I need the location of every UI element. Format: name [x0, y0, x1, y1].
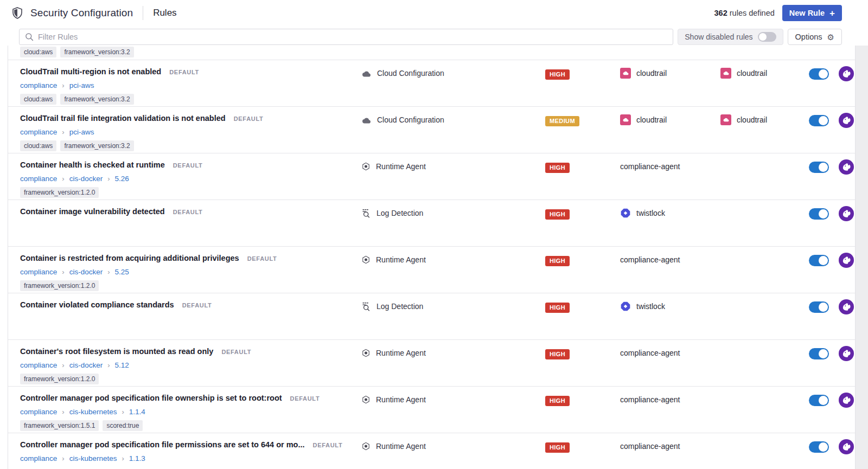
breadcrumb: compliance›pci-aws [20, 128, 94, 136]
default-badge: DEFAULT [313, 442, 343, 448]
breadcrumb-link[interactable]: 5.25 [115, 268, 129, 276]
tag[interactable]: framework_version:3.2 [60, 140, 133, 151]
tag[interactable]: framework_version:3.2 [60, 94, 133, 105]
toggle-cell [809, 441, 829, 453]
source-cell: compliance-agent [620, 440, 680, 453]
breadcrumb-link[interactable]: cis-docker [69, 175, 103, 183]
tag[interactable]: cloud:aws [20, 94, 56, 105]
rule-type: Runtime Agent [361, 160, 426, 173]
cloudtrail-icon [620, 114, 631, 125]
source-label: twistlock [636, 209, 665, 217]
cloudtrail-icon [620, 68, 631, 79]
rule-type-label: Runtime Agent [376, 395, 426, 404]
rule-title[interactable]: Container health is checked at runtime [20, 160, 165, 169]
default-badge: DEFAULT [173, 162, 203, 169]
rule-title-line: Controller manager pod specification fil… [20, 394, 320, 402]
filter-rules-input[interactable] [38, 33, 667, 41]
rule-row[interactable]: Container's root filesystem is mounted a… [8, 339, 855, 386]
rule-enabled-toggle[interactable] [809, 162, 829, 173]
rule-title[interactable]: Container image vulnerability detected [20, 207, 165, 216]
gear-icon: ⚙ [827, 33, 834, 41]
breadcrumb-separator-icon: › [62, 175, 64, 183]
rule-type-label: Runtime Agent [376, 349, 426, 357]
rule-row[interactable]: CloudTrail multi-region is not enabledDE… [8, 60, 855, 106]
severity-cell: HIGH [545, 208, 570, 221]
new-rule-button[interactable]: New Rule + [782, 5, 842, 21]
rule-type-label: Runtime Agent [376, 442, 426, 451]
tag[interactable]: framework_version:3.2 [60, 47, 133, 57]
options-button[interactable]: Options ⚙ [788, 29, 842, 45]
tag[interactable]: framework_version:1.2.0 [20, 374, 99, 384]
rule-enabled-toggle[interactable] [809, 395, 829, 406]
tag[interactable]: cloud:aws [20, 47, 56, 57]
severity-badge: HIGH [545, 163, 570, 173]
rule-row[interactable]: Container violated compliance standardsD… [8, 293, 855, 339]
rule-enabled-toggle[interactable] [809, 208, 829, 220]
breadcrumb-link[interactable]: compliance [20, 268, 57, 276]
breadcrumb-link[interactable]: compliance [20, 81, 57, 89]
rule-row[interactable]: Controller manager pod specification fil… [8, 433, 855, 469]
breadcrumb-link[interactable]: cis-docker [69, 268, 103, 276]
rule-title[interactable]: Controller manager pod specification fil… [20, 394, 282, 402]
plus-icon: + [829, 9, 835, 18]
rule-row[interactable]: cloud:awsframework_version:3.2 [8, 46, 855, 60]
new-rule-label: New Rule [789, 9, 825, 17]
tag[interactable]: scored:true [103, 420, 143, 431]
breadcrumb-link[interactable]: 5.12 [115, 361, 129, 369]
rule-enabled-toggle[interactable] [809, 255, 829, 266]
breadcrumb-link[interactable]: 1.1.4 [129, 408, 145, 416]
breadcrumb-link[interactable]: 1.1.3 [129, 454, 145, 462]
right-gutter [856, 46, 868, 469]
default-badge: DEFAULT [182, 302, 212, 309]
rule-row[interactable]: Container is restricted from acquiring a… [8, 246, 855, 293]
breadcrumb-link[interactable]: compliance [20, 408, 57, 416]
breadcrumb-link[interactable]: pci-aws [69, 81, 94, 89]
title-divider [143, 6, 143, 20]
rule-title[interactable]: Container violated compliance standards [20, 300, 174, 309]
severity-badge: HIGH [545, 349, 570, 359]
tag[interactable]: cloud:aws [20, 140, 56, 151]
rule-title[interactable]: CloudTrail multi-region is not enabled [20, 67, 161, 76]
rule-enabled-toggle[interactable] [809, 301, 829, 313]
breadcrumb-separator-icon: › [62, 454, 64, 462]
breadcrumb-link[interactable]: compliance [20, 175, 57, 183]
breadcrumb-link[interactable]: compliance [20, 454, 57, 462]
creator-avatar [839, 346, 854, 361]
rule-enabled-toggle[interactable] [809, 68, 829, 80]
rule-enabled-toggle[interactable] [809, 441, 829, 453]
search-box[interactable] [19, 29, 673, 45]
rule-title[interactable]: Controller manager pod specification fil… [20, 440, 305, 449]
tag[interactable]: framework_version:1.2.0 [20, 280, 99, 291]
tag-list: framework_version:1.2.0 [20, 280, 99, 291]
breadcrumb-separator-icon: › [62, 361, 64, 369]
tag-list: framework_version:1.5.1scored:true [20, 420, 143, 431]
breadcrumb-link[interactable]: cis-docker [69, 361, 103, 369]
breadcrumb-link[interactable]: pci-aws [69, 128, 94, 136]
filter-bar: Show disabled rules Options ⚙ [0, 26, 868, 46]
breadcrumb-link[interactable]: compliance [20, 128, 57, 136]
toggle-knob [819, 442, 828, 452]
rule-row[interactable]: Controller manager pod specification fil… [8, 386, 855, 433]
breadcrumb-link[interactable]: cis-kubernetes [69, 408, 117, 416]
breadcrumb-link[interactable]: compliance [20, 361, 57, 369]
rule-row[interactable]: Container health is checked at runtimeDE… [8, 153, 855, 200]
breadcrumb-link[interactable]: cis-kubernetes [69, 454, 117, 462]
rule-title[interactable]: Container's root filesystem is mounted a… [20, 347, 213, 356]
show-disabled-label: Show disabled rules [685, 33, 752, 41]
runtime-agent-icon [361, 348, 371, 358]
rule-title[interactable]: CloudTrail trail file integration valida… [20, 114, 226, 123]
rule-row[interactable]: CloudTrail trail file integration valida… [8, 106, 855, 153]
tag[interactable]: framework_version:1.2.0 [20, 187, 99, 198]
show-disabled-rules-control: Show disabled rules [678, 29, 783, 45]
breadcrumb-link[interactable]: 5.26 [115, 175, 129, 183]
rule-row[interactable]: Container image vulnerability detectedDE… [8, 200, 855, 246]
breadcrumb-separator-icon: › [107, 268, 110, 276]
tag[interactable]: framework_version:1.5.1 [20, 420, 99, 431]
rule-enabled-toggle[interactable] [809, 115, 829, 126]
source-cell: compliance-agent [620, 346, 680, 359]
rule-enabled-toggle[interactable] [809, 348, 829, 359]
runtime-agent-icon [361, 162, 371, 171]
show-disabled-toggle[interactable] [758, 32, 776, 42]
toggle-cell [809, 348, 829, 359]
rule-title[interactable]: Container is restricted from acquiring a… [20, 254, 239, 262]
